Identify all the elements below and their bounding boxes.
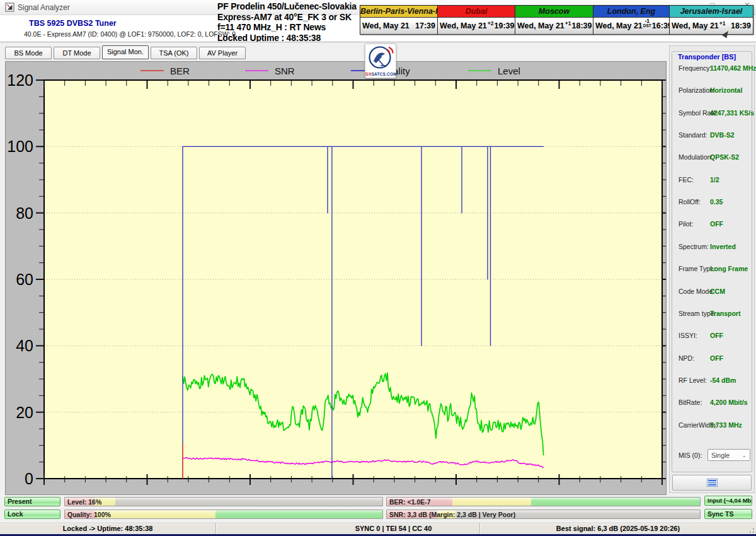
tp-row-value: 4,200 Mbit/s bbox=[710, 399, 748, 406]
clock-dst-label: DST bbox=[643, 23, 651, 28]
clock-utc-offset: -1DST bbox=[643, 18, 651, 28]
clock-dubai: DubaiWed, May 21+219:39 bbox=[437, 6, 515, 34]
clock-date: Wed, May 21 bbox=[595, 21, 643, 30]
resize-grip[interactable] bbox=[747, 525, 754, 533]
tab-av-player[interactable]: AV Player bbox=[199, 47, 246, 59]
tp-row-value: OFF bbox=[710, 354, 723, 362]
statusbar-cell-2: Best signal: 6,3 dB (2025-05-19 20:26) bbox=[480, 523, 756, 534]
clock-city-label: Jerusalem-Israel bbox=[670, 6, 753, 18]
stream-capture-button[interactable] bbox=[672, 475, 752, 491]
tuner-title: TBS 5925 DVBS2 Tuner bbox=[29, 19, 117, 28]
ber-bar: BER: <1.0E-7 bbox=[386, 497, 701, 506]
tp-row-value: Long Frame bbox=[710, 265, 748, 272]
tp-row-value: OFF bbox=[710, 220, 723, 228]
satellite-dish-icon bbox=[365, 44, 396, 71]
snr-bar-label: SNR: 3,3 dB (Margin: 2,3 dB | Very Poor) bbox=[389, 510, 515, 519]
antenna-info-line: Express-AM7 at 40°E_FK 3 or SK bbox=[217, 12, 357, 23]
tp-row-value: 5,733 MHz bbox=[710, 421, 742, 429]
svg-text:80: 80 bbox=[16, 204, 33, 222]
legend-swatch-snr bbox=[245, 70, 268, 71]
transponder-title: Transponder [BS] bbox=[676, 53, 738, 61]
quality-bar-segment bbox=[95, 510, 216, 518]
antenna-info-line: PF Prodelin 450/Lučenec-Slovakia bbox=[217, 1, 357, 12]
svg-text:100: 100 bbox=[7, 137, 33, 155]
svg-text:20: 20 bbox=[16, 404, 33, 421]
clock-time-value: 19:39 bbox=[495, 21, 515, 30]
tp-row-label: Standard: bbox=[679, 131, 707, 139]
clock-london-eng: London, EngWed, May 21-1DST16:39:06 bbox=[593, 6, 669, 34]
legend-label: Level bbox=[498, 66, 520, 76]
svg-text:0: 0 bbox=[25, 470, 33, 487]
chevron-down-icon: ⌄ bbox=[742, 452, 747, 458]
clock-time-value: 18:39 bbox=[731, 21, 751, 30]
app-icon bbox=[5, 3, 14, 12]
svg-text:60: 60 bbox=[16, 271, 33, 288]
tp-row-label: FEC: bbox=[679, 176, 694, 184]
clock-city-label: Dubai bbox=[438, 6, 515, 18]
clock-moscow: MoscowWed, May 21+118:39 bbox=[515, 6, 593, 34]
svg-text:40: 40 bbox=[16, 337, 33, 354]
tp-row-value: Horizontal bbox=[710, 86, 742, 94]
level-bar: Level: 16% bbox=[64, 497, 383, 506]
header-divider bbox=[0, 42, 756, 43]
window-title: Signal Analyzer bbox=[18, 3, 70, 12]
tp-row-label: ISSYI: bbox=[679, 332, 697, 339]
legend-item-level: Level bbox=[468, 65, 520, 76]
tab-bs-mode[interactable]: BS Mode bbox=[5, 47, 52, 59]
tp-row-value: CCM bbox=[710, 288, 725, 295]
tp-row-value: -54 dBm bbox=[710, 376, 736, 384]
transponder-fieldset: Transponder [BS] Frequency:11470,462 MHz… bbox=[672, 51, 752, 472]
antenna-info-block: PF Prodelin 450/Lučenec-SlovakiaExpress-… bbox=[217, 1, 357, 43]
mode-tabs: BS ModeDT ModeSignal Mon.TSA (OK)AV Play… bbox=[5, 45, 246, 59]
signal-chart-panel: 020406080100120 BERSNRQualityLevel bbox=[5, 61, 667, 495]
tp-row-label: NPD: bbox=[679, 354, 694, 362]
clock-berlin-paris-vienna-roma: Berlin-Paris-Vienna-RomaWed, May 2117:39 bbox=[360, 6, 437, 34]
tp-row-label: Code Mode: bbox=[679, 288, 714, 295]
quality-bar-segment bbox=[215, 510, 382, 518]
clock-city-label: Berlin-Paris-Vienna-Roma bbox=[360, 6, 437, 18]
clock-city-label: London, Eng bbox=[593, 6, 669, 18]
stream-icon bbox=[707, 479, 718, 487]
sync-ts-button[interactable]: Sync TS bbox=[704, 509, 752, 519]
tp-row-value: OFF bbox=[710, 332, 723, 339]
mis-selected-value: Single bbox=[711, 452, 730, 459]
ber-bar-segment bbox=[452, 498, 530, 506]
statusbar-cell-1: SYNC 0 | TEI 54 | CC 40 bbox=[216, 523, 480, 534]
statusbar: Locked -> Uptime: 48:35:38SYNC 0 | TEI 5… bbox=[0, 523, 756, 534]
tab-signal-mon-[interactable]: Signal Mon. bbox=[102, 45, 149, 59]
quality-bar-label: Quality: 100% bbox=[67, 510, 111, 519]
clock-time-row: Wed, May 21+118:39 bbox=[670, 18, 753, 34]
ber-bar-label: BER: <1.0E-7 bbox=[389, 498, 431, 506]
dxsatcs-logo: DXSATCS.COM bbox=[365, 44, 396, 78]
level-bar-label: Level: 16% bbox=[67, 498, 101, 506]
mis-label: MIS (0): bbox=[679, 452, 702, 459]
legend-swatch-level bbox=[468, 70, 491, 71]
lock-indicator-button[interactable]: Lock bbox=[4, 510, 60, 519]
mis-dropdown[interactable]: Single⌄ bbox=[707, 449, 750, 461]
tp-row-label: BitRate: bbox=[679, 399, 702, 406]
logo-text: DXSATCS.COM bbox=[365, 72, 396, 76]
tp-row-label: Spectrum: bbox=[679, 243, 709, 250]
clock-time-row: Wed, May 2117:39 bbox=[360, 18, 437, 34]
statusbar-cell-0: Locked -> Uptime: 48:35:38 bbox=[0, 523, 216, 534]
snr-bar: SNR: 3,3 dB (Margin: 2,3 dB | Very Poor) bbox=[386, 510, 701, 519]
clock-time-row: Wed, May 21+118:39 bbox=[515, 18, 593, 34]
clock-utc-offset: +1 bbox=[719, 21, 726, 26]
legend-label: BER bbox=[170, 66, 190, 76]
tp-row-label: RF Level: bbox=[679, 376, 707, 384]
signal-history-chart: 020406080100120 bbox=[6, 62, 666, 494]
ber-bar-segment bbox=[531, 498, 700, 506]
tp-row-value: QPSK-S2 bbox=[710, 153, 739, 161]
svg-text:120: 120 bbox=[7, 71, 33, 89]
level-bar-segment bbox=[115, 498, 382, 506]
clock-date: Wed, May 21 bbox=[440, 21, 487, 30]
clock-date: Wed, May 21 bbox=[672, 21, 719, 30]
tab-dt-mode[interactable]: DT Mode bbox=[54, 47, 100, 59]
legend-item-ber: BER bbox=[140, 65, 190, 76]
input-bitrate-button[interactable]: Input (~4,04 Mbps) bbox=[704, 496, 752, 506]
transponder-panel: Transponder [BS] Frequency:11470,462 MHz… bbox=[669, 45, 755, 493]
tab-tsa-ok-[interactable]: TSA (OK) bbox=[151, 47, 197, 59]
present-indicator-button[interactable]: Present bbox=[4, 497, 60, 506]
legend-swatch-ber bbox=[140, 70, 164, 71]
legend-item-snr: SNR bbox=[245, 65, 295, 76]
